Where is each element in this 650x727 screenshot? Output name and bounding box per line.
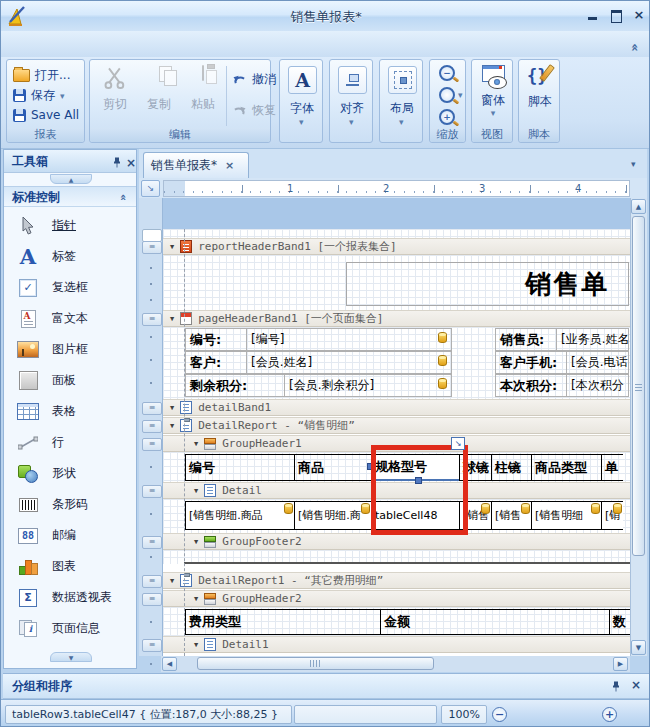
undo-button[interactable]: 撤消: [232, 71, 276, 88]
band-collapse-icon[interactable]: ▼: [194, 538, 198, 546]
detail-cell[interactable]: [销: [601, 501, 623, 530]
band-grip[interactable]: ≡: [142, 536, 162, 549]
vertical-scrollbar-thumb[interactable]: [632, 216, 645, 556]
header-cell[interactable]: 数: [609, 609, 630, 635]
document-tab[interactable]: 销售单报表* ×: [143, 152, 249, 178]
header-cell[interactable]: 商品类型: [531, 454, 602, 481]
toolbox-section-header[interactable]: 标准控制 «: [4, 186, 136, 207]
detail-cell[interactable]: [销售明细.商: [294, 501, 372, 530]
band-grip[interactable]: ≡: [142, 593, 162, 606]
ruler-corner-button[interactable]: ↘: [141, 180, 160, 197]
band-detail-band1[interactable]: ▼ detailBand1: [163, 399, 630, 416]
header-cell[interactable]: 商品: [294, 454, 372, 481]
field-label-cell[interactable]: 本次积分:: [495, 374, 567, 397]
close-button[interactable]: ×: [630, 8, 648, 23]
ribbon-collapse-button[interactable]: «: [631, 37, 639, 56]
zoom-select-button[interactable]: [439, 87, 455, 103]
smart-tag-button[interactable]: ↘: [451, 437, 465, 450]
minimize-button[interactable]: [584, 8, 602, 23]
toolbox-item-pointer[interactable]: 指针: [4, 210, 136, 241]
field-row[interactable]: 客户: [会员.姓名]: [186, 351, 453, 374]
toolbox-item-shape[interactable]: 形状: [4, 458, 136, 489]
field-label-cell[interactable]: 编号:: [185, 328, 247, 351]
band-detail-report[interactable]: ▼ DetailReport - “销售明细”: [163, 417, 630, 434]
field-label-cell[interactable]: 剩余积分:: [185, 374, 285, 397]
band-collapse-icon[interactable]: ▼: [170, 315, 174, 323]
band-group-header2[interactable]: ▼ GroupHeader2: [163, 590, 630, 607]
zoom-in-button[interactable]: +: [439, 109, 455, 125]
detail-cell[interactable]: [销售: [491, 501, 532, 530]
copy-button[interactable]: 复制: [139, 63, 179, 129]
report-header-content[interactable]: 销售单: [163, 255, 630, 310]
field-row[interactable]: 剩余积分: [会员.剩余积分]: [186, 374, 453, 397]
scroll-down-button[interactable]: ▼: [631, 640, 646, 655]
align-button[interactable]: 对齐 ▾: [329, 59, 373, 143]
band-grip[interactable]: ≡: [142, 241, 162, 254]
toolbox-item-richtext[interactable]: A 富文本: [4, 303, 136, 334]
toolbox-item-label-tool[interactable]: A 标签: [4, 241, 136, 272]
band-detail-report1[interactable]: ▼ DetailReport1 - “其它费用明细”: [163, 572, 630, 589]
field-value-cell[interactable]: [会员.电话: [566, 351, 629, 374]
field-value-cell[interactable]: [业务员.姓名: [556, 328, 629, 351]
toolbox-item-pivot[interactable]: Σ 数据透视表: [4, 582, 136, 613]
toolbox-pin-button[interactable]: [112, 154, 122, 176]
field-label-cell[interactable]: 销售员:: [495, 328, 557, 351]
band-collapse-icon[interactable]: ▼: [170, 404, 174, 412]
band-grip[interactable]: ≡: [142, 313, 162, 326]
band-collapse-icon[interactable]: ▼: [194, 440, 198, 448]
band-grip[interactable]: ≡: [142, 485, 162, 498]
field-row[interactable]: 编号: [编号]: [186, 328, 453, 351]
band-grip[interactable]: ≡: [142, 639, 162, 652]
scroll-up-button[interactable]: ▲: [631, 199, 646, 214]
field-value-cell[interactable]: [编号]: [246, 328, 452, 351]
maximize-button[interactable]: [607, 8, 625, 23]
script-button[interactable]: {} 脚本: [519, 65, 561, 110]
band-collapse-icon[interactable]: ▼: [194, 487, 198, 495]
header-cell[interactable]: 柱镜: [491, 454, 532, 481]
field-label-cell[interactable]: 客户:: [185, 351, 247, 374]
toolbox-item-chart[interactable]: 图表: [4, 551, 136, 582]
detail-cell[interactable]: [销售明细.商品: [185, 501, 295, 530]
tab-list-dropdown-icon[interactable]: ▾: [631, 159, 636, 169]
scroll-left-button[interactable]: ◀: [162, 657, 177, 671]
panel-close-button[interactable]: ×: [631, 678, 641, 692]
field-value-cell[interactable]: [会员.剩余积分]: [284, 374, 452, 397]
document-tab-close-icon[interactable]: ×: [225, 159, 234, 172]
form-button[interactable]: 窗体 ▾: [472, 65, 514, 117]
toolbox-item-checkbox[interactable]: ✓ 复选框: [4, 272, 136, 303]
save-dropdown-icon[interactable]: ▾: [60, 92, 65, 100]
scroll-right-button[interactable]: ▶: [613, 657, 628, 671]
band-grip[interactable]: ≡: [142, 402, 162, 415]
toolbox-close-button[interactable]: ×: [126, 152, 136, 174]
toolbox-item-barcode[interactable]: 条形码: [4, 489, 136, 520]
toolbox-item-panel[interactable]: 面板: [4, 365, 136, 396]
group-sort-panel-header[interactable]: 分组和排序 ×: [3, 673, 649, 699]
field-row[interactable]: 客户手机: [会员.电话: [496, 351, 630, 374]
band-collapse-icon[interactable]: ▼: [170, 422, 174, 430]
band-collapse-icon[interactable]: ▼: [170, 243, 174, 251]
toolbox-item-picturebox[interactable]: 图片框: [4, 334, 136, 365]
field-value-cell[interactable]: [本次积分: [566, 374, 629, 397]
save-button[interactable]: 保存 ▾: [13, 87, 65, 104]
field-value-cell[interactable]: [会员.姓名]: [246, 351, 452, 374]
toolbox-item-line[interactable]: 行: [4, 427, 136, 458]
toolbox-item-table[interactable]: 表格: [4, 396, 136, 427]
layout-button[interactable]: 布局 ▾: [379, 59, 423, 143]
header-cell[interactable]: 单: [601, 454, 623, 481]
font-button[interactable]: A 字体 ▾: [279, 59, 323, 143]
field-row[interactable]: 本次积分: [本次积分: [496, 374, 630, 397]
paste-button[interactable]: 粘贴: [183, 63, 223, 129]
save-all-button[interactable]: Save All: [13, 108, 79, 122]
toolbox-collapse-notch[interactable]: ▲: [50, 174, 92, 184]
toolbox-item-zipcode[interactable]: 88 邮编: [4, 520, 136, 551]
selection-handle-bottom[interactable]: [415, 477, 422, 484]
band-grip[interactable]: ≡: [142, 438, 162, 451]
open-button[interactable]: 打开...: [13, 67, 70, 84]
band-group-footer2[interactable]: ▼ GroupFooter2: [163, 533, 630, 550]
panel-pin-button[interactable]: [611, 680, 621, 696]
field-label-cell[interactable]: 客户手机:: [495, 351, 567, 374]
band-report-header[interactable]: ▼ reportHeaderBand1 [一个报表集合]: [163, 238, 630, 255]
horizontal-ruler[interactable]: 1 2 3 4: [163, 180, 630, 197]
header-cell[interactable]: 金额: [380, 609, 610, 635]
toolbox-item-pageinfo[interactable]: i 页面信息: [4, 613, 136, 644]
